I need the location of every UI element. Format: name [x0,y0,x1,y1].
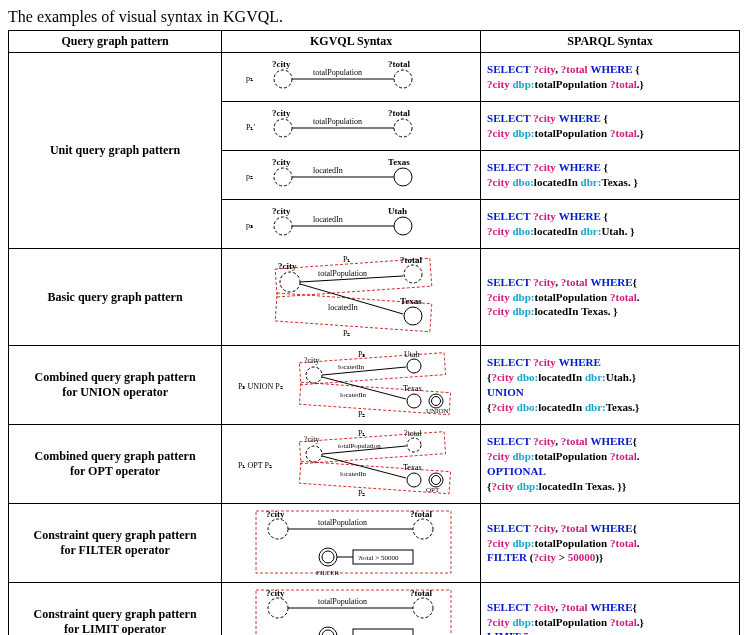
svg-text:totalPopulation: totalPopulation [313,117,362,126]
svg-text:?city: ?city [266,509,285,519]
sparql-code: SELECT ?city, ?total WHERE{?city dbp:tot… [481,249,740,346]
pattern-name: Combined query graph patternfor UNION op… [9,346,222,425]
svg-text:Texas: Texas [403,463,422,472]
pattern-name-unit: Unit query graph pattern [9,53,222,249]
svg-text:?total: ?total [404,429,423,438]
svg-point-75 [432,476,441,485]
svg-text:locatedIn: locatedIn [340,391,367,399]
kgvql-diagram: p₂ ?city locatedIn Texas [222,151,481,200]
graph-diagram-basic: P₁ ?city totalPopulation ?total locatedI… [228,252,468,342]
sparql-code: SELECT ?city, ?total WHERE {?city dbp:to… [481,53,740,102]
svg-point-39 [404,307,422,325]
svg-point-5 [394,70,412,88]
svg-text:?city: ?city [272,59,291,69]
kgvql-diagram: P₁ ?city totalPopulation ?total locatedI… [222,249,481,346]
svg-text:locatedIn: locatedIn [313,215,343,224]
svg-text:Utah: Utah [404,350,420,359]
header-pattern: Query graph pattern [9,31,222,53]
kgvql-diagram: P₁ OPT P₂ P₁ ?city totalPopulation ?tota… [222,425,481,504]
svg-text:?city: ?city [304,356,320,365]
svg-text:OPT: OPT [426,486,440,494]
graph-diagram: p₁ ?city totalPopulation ?total [228,57,468,97]
svg-text:?city: ?city [272,157,291,167]
svg-text:totalPopulation: totalPopulation [318,518,367,527]
graph-diagram-union: P₃ UNION P₂ P₃ ?city locatedIn Utah loca… [228,349,468,421]
svg-text:P₃: P₃ [358,350,365,359]
kgvql-diagram: ?city totalPopulation ?total 5 LIMIT [222,583,481,636]
svg-text:UNION: UNION [426,407,449,415]
kgvql-diagram: P₃ UNION P₂ P₃ ?city locatedIn Utah loca… [222,346,481,425]
svg-text:?city: ?city [278,261,297,271]
svg-point-45 [306,367,322,383]
svg-point-8 [274,119,292,137]
kgvql-diagram: p₃ ?city locatedIn Utah [222,200,481,249]
svg-point-49 [407,359,421,373]
svg-rect-44 [300,353,446,385]
svg-point-15 [274,168,292,186]
header-kgvql: KGVQL Syntax [222,31,481,53]
sparql-code: SELECT ?city, ?total WHERE{?city dbp:tot… [481,425,740,504]
svg-text:locatedIn: locatedIn [313,166,343,175]
graph-diagram: p₃ ?city locatedIn Utah [228,204,468,244]
svg-text:totalPopulation: totalPopulation [318,269,367,278]
svg-text:P₂: P₂ [358,489,365,498]
svg-text:?total: ?total [410,509,432,519]
kgvql-diagram: ?city totalPopulation ?total ?total > 50… [222,504,481,583]
svg-text:P₁ OPT P₂: P₁ OPT P₂ [238,461,272,470]
kgvql-diagram: p₁ ?city totalPopulation ?total [222,53,481,102]
page-title: The examples of visual syntax in KGVQL. [8,8,740,26]
svg-rect-101 [353,629,413,635]
svg-point-72 [407,473,421,487]
svg-point-63 [306,446,322,462]
svg-point-19 [394,168,412,186]
sparql-code: SELECT ?city WHERE {?city dbp:totalPopul… [481,102,740,151]
svg-text:?city: ?city [266,588,285,598]
pattern-name: Constraint query graph patternfor FILTER… [9,504,222,583]
graph-diagram: P₁' ?city totalPopulation ?total [228,106,468,146]
pattern-name: Combined query graph patternfor OPT oper… [9,425,222,504]
kgvql-diagram: P₁' ?city totalPopulation ?total [222,102,481,151]
svg-text:?total: ?total [388,108,410,118]
sparql-code: SELECT ?city WHERE{?city dbo:locatedIn d… [481,346,740,425]
svg-point-1 [274,70,292,88]
svg-text:P₁: P₁ [343,255,350,264]
svg-text:P₂: P₂ [358,410,365,419]
pattern-name: Basic query graph pattern [9,249,222,346]
svg-text:totalPopulation: totalPopulation [318,597,367,606]
svg-text:FILTER: FILTER [316,569,339,577]
graph-diagram: p₂ ?city locatedIn Texas [228,155,468,195]
svg-text:p₃: p₃ [246,221,253,230]
graph-diagram-opt: P₁ OPT P₂ P₁ ?city totalPopulation ?tota… [228,428,468,500]
svg-text:Texas: Texas [400,296,422,306]
svg-point-30 [280,272,300,292]
svg-text:locatedIn: locatedIn [328,303,358,312]
svg-text:locatedIn: locatedIn [338,363,365,371]
svg-point-34 [404,265,422,283]
svg-text:Texas: Texas [388,157,410,167]
svg-text:?total: ?total [410,588,432,598]
svg-text:totalPopulation: totalPopulation [338,442,381,450]
graph-diagram-constraint: ?city totalPopulation ?total 5 LIMIT [228,586,468,635]
svg-text:?total: ?total [400,255,422,265]
svg-text:?city: ?city [304,435,320,444]
sparql-code: SELECT ?city, ?total WHERE{?city dbp:tot… [481,583,740,636]
svg-point-79 [268,519,288,539]
svg-text:p₂: p₂ [246,172,253,181]
svg-point-86 [322,551,334,563]
svg-text:locatedIn: locatedIn [340,470,367,478]
svg-text:P₂: P₂ [343,329,350,338]
svg-point-54 [407,394,421,408]
syntax-table: Query graph pattern KGVQL Syntax SPARQL … [8,30,740,635]
svg-point-96 [413,598,433,618]
svg-text:Utah: Utah [388,206,407,216]
svg-text:P₃ UNION P₂: P₃ UNION P₂ [238,382,283,391]
svg-text:?total: ?total [388,59,410,69]
sparql-code: SELECT ?city WHERE {?city dbo:locatedIn … [481,151,740,200]
svg-text:?total > 50000: ?total > 50000 [358,554,399,562]
svg-text:P₁: P₁ [358,429,365,438]
header-sparql: SPARQL Syntax [481,31,740,53]
svg-point-57 [432,397,441,406]
svg-point-83 [413,519,433,539]
svg-point-67 [407,438,421,452]
svg-text:P₁': P₁' [246,123,255,132]
